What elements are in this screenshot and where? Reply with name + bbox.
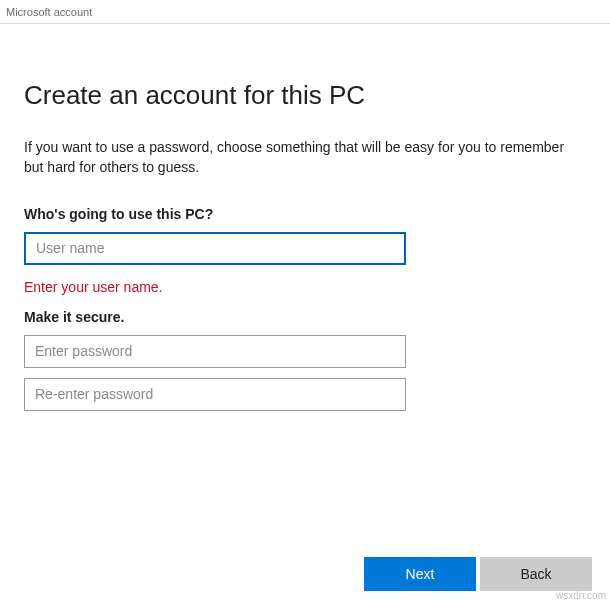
confirm-password-input[interactable] bbox=[24, 378, 406, 411]
page-description: If you want to use a password, choose so… bbox=[24, 137, 586, 178]
window-title: Microsoft account bbox=[6, 6, 92, 18]
username-section-label: Who's going to use this PC? bbox=[24, 206, 586, 222]
password-input[interactable] bbox=[24, 335, 406, 368]
password-section-label: Make it secure. bbox=[24, 309, 586, 325]
watermark: wsxdn.com bbox=[556, 590, 606, 601]
next-button[interactable]: Next bbox=[364, 557, 476, 591]
back-button[interactable]: Back bbox=[480, 557, 592, 591]
page-heading: Create an account for this PC bbox=[24, 80, 586, 111]
page-content: Create an account for this PC If you wan… bbox=[0, 24, 610, 411]
username-error: Enter your user name. bbox=[24, 279, 586, 295]
button-bar: Next Back bbox=[364, 557, 592, 591]
window-titlebar: Microsoft account bbox=[0, 0, 610, 24]
username-input[interactable] bbox=[24, 232, 406, 265]
